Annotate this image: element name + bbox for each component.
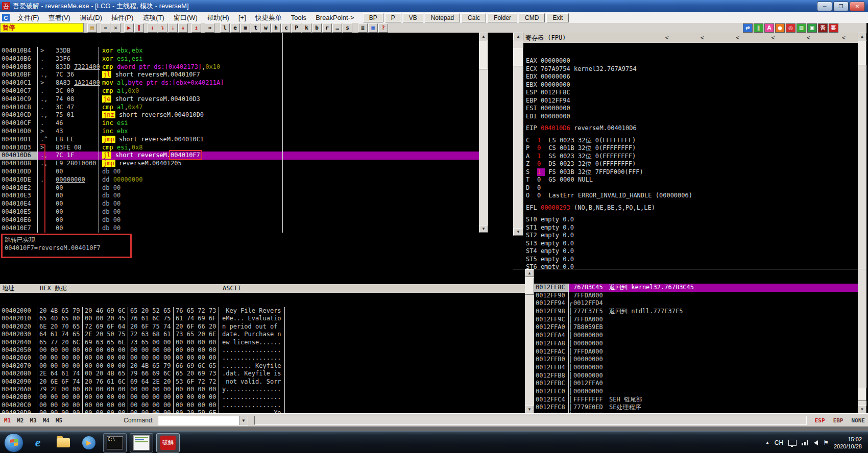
disasm-row[interactable]: 004010D0>43inc ebx	[0, 128, 479, 136]
dump-header-address[interactable]: 地址	[0, 284, 38, 293]
taskbar-ie-icon[interactable]: e	[27, 434, 49, 452]
disasm-row[interactable]: 004010E700db 00	[0, 224, 479, 233]
register-line-st1[interactable]: ST1 empty 0.0	[523, 224, 858, 232]
scroll-thumb[interactable]	[479, 41, 488, 69]
toolbar-execute-till-return[interactable]: ↥	[191, 23, 201, 33]
register-line-p[interactable]: P0 CS 001B 32位 0(FFFFFFFF)	[523, 144, 858, 153]
memory-tab-m1[interactable]: M1	[4, 417, 11, 424]
maximize-button[interactable]: ❐	[833, 2, 849, 11]
toolbar-window-b[interactable]: b	[312, 23, 322, 33]
clock[interactable]: 15:02 2020/10/28	[834, 436, 862, 450]
register-line-edi[interactable]: EDI 00000000	[523, 113, 858, 121]
stack-row[interactable]: 0012FF9C│7FFDA000	[534, 316, 858, 324]
register-line-esi[interactable]: ESI 00000000	[523, 105, 858, 113]
menu-item-view[interactable]: 查看(V)	[44, 12, 75, 23]
disasm-row[interactable]: 004010E500db 00	[0, 208, 479, 216]
register-line-eip[interactable]: EIP 004010D6 reverseM.004010D6	[523, 124, 858, 133]
toolbar-plugin-screen[interactable]: ▣	[807, 23, 817, 33]
toolbar-plugin-threads[interactable]: ∥	[754, 23, 763, 33]
taskbar-explorer-icon[interactable]	[52, 434, 75, 452]
register-line-st4[interactable]: ST4 empty 0.0	[523, 247, 858, 256]
disassembly-pane[interactable]: 004010B4>33DBxor ebx,ebx004010B6.33F6xor…	[0, 33, 479, 233]
disasm-row[interactable]: 004010B4>33DBxor ebx,ebx	[0, 47, 479, 55]
disasm-row[interactable]: 004010E600db 00	[0, 216, 479, 224]
menu-item-plus[interactable]: [+]	[234, 12, 251, 23]
disasm-row[interactable]: 004010D6.,7C 1Fjl short reverseM.004010F…	[0, 152, 479, 160]
language-indicator[interactable]: CH	[775, 439, 783, 446]
scroll-up-icon[interactable]: ▲	[525, 269, 534, 277]
disasm-row[interactable]: 004010E400db 00	[0, 200, 479, 208]
start-button[interactable]	[4, 433, 23, 452]
toolbar-window-s[interactable]: s	[343, 23, 352, 33]
scroll-up-icon[interactable]: ▲	[858, 33, 866, 40]
toolbar-appearance[interactable]: ▦	[368, 23, 378, 33]
register-line-a[interactable]: A1 SS 0023 32位 0(FFFFFFFF)	[523, 153, 858, 161]
memory-tab-labels[interactable]: M1M2M3M4M5	[4, 417, 62, 424]
toolbar-options-list[interactable]: ≣	[358, 23, 368, 33]
scroll-up-icon[interactable]: ▲	[479, 33, 488, 40]
toolbar-go-to-address[interactable]: ⇥	[205, 23, 214, 33]
toolbar-window-r[interactable]: r	[322, 23, 332, 33]
title-bar[interactable]: 吾 吾爱破解 - reverseMe.exe - [LCG - 主线程, 模块 …	[0, 0, 868, 12]
toolbar-step-into[interactable]: ↓	[148, 23, 157, 33]
toolbar-animate-into[interactable]: ⇣	[168, 23, 178, 33]
disasm-row[interactable]: 004010D1.^EB EEjmp short reverseM.004010…	[0, 136, 479, 144]
dump-row[interactable]: 004020A079 2E 00 0000 00 00 0000 00 00 0…	[0, 386, 525, 393]
menu-item-options[interactable]: 选项(T)	[138, 12, 169, 23]
disasm-row[interactable]: 004010D8.,E9 28010000jmp reverseM.004012…	[0, 160, 479, 168]
display-icon[interactable]	[788, 440, 797, 446]
scroll-down-icon[interactable]: ▼	[858, 406, 866, 413]
stack-row[interactable]: 0012FFBC│0012FFA0	[534, 380, 858, 388]
collapse-arrow-icon[interactable]: <	[736, 34, 739, 41]
registers-collapse-arrows[interactable]: <<<<<<	[665, 34, 846, 41]
dump-row[interactable]: 0040206000 00 00 0000 00 00 0000 00 00 0…	[0, 354, 525, 362]
register-line-c[interactable]: C1 ES 0023 32位 0(FFFFFFFF)	[523, 137, 858, 145]
menu-item-help[interactable]: 帮助(H)	[202, 12, 234, 23]
stack-row[interactable]: 0012FFB0│00000000	[534, 356, 858, 364]
collapse-arrow-icon[interactable]: <	[665, 34, 669, 41]
stack-row[interactable]: 0012FF98│777E37F5返回到 ntdll.777E37F5	[534, 308, 858, 316]
dump-row[interactable]: 004020B000 00 00 0000 00 00 0000 00 00 0…	[0, 393, 525, 401]
registers-right-scrollbar[interactable]: ▲	[858, 33, 866, 269]
dump-row[interactable]: 0040203064 61 74 652E 20 50 7572 63 68 6…	[0, 331, 525, 338]
minimize-button[interactable]: ─	[817, 2, 832, 11]
register-line-edx[interactable]: EDX 00000006	[523, 73, 858, 81]
volume-icon[interactable]	[814, 440, 818, 445]
taskbar-editor-icon[interactable]	[130, 433, 153, 452]
toolbar-window-w[interactable]: w	[261, 23, 271, 33]
register-line-ecx[interactable]: ECX 767A9754 kernel32.767A9754	[523, 65, 858, 73]
disasm-row[interactable]: 004010B6.33F6xor esi,esi	[0, 55, 479, 63]
toolbar-pause[interactable]: ∥	[134, 23, 144, 33]
menu-item-window[interactable]: 窗口(W)	[169, 12, 202, 23]
scroll-down-icon[interactable]: ▼	[525, 406, 534, 413]
toolbar-open-file[interactable]: ▤	[87, 23, 97, 33]
stack-row[interactable]: 0012FFB4│00000000	[534, 364, 858, 372]
disasm-row[interactable]: 004010CB.3C 47cmp al,0x47	[0, 104, 479, 112]
dump-row[interactable]: 004020C000 00 00 0000 00 00 0000 00 00 0…	[0, 401, 525, 409]
disasm-row[interactable]: 004010E300db 00	[0, 192, 479, 200]
disasm-row[interactable]: 004010B8.833D 7321400cmp dword ptr ds:[0…	[0, 63, 479, 71]
chevron-down-icon[interactable]: ▼	[239, 416, 248, 425]
dump-row[interactable]: 0040201065 4D 65 0000 00 20 4576 61 6C 7…	[0, 315, 525, 322]
menubar-button-exit[interactable]: Exit	[546, 13, 569, 22]
taskbar-media-player-icon[interactable]: ▶	[78, 434, 100, 452]
disasm-row[interactable]: 004010D3>83FE 08cmp esi,0x8	[0, 144, 479, 152]
memory-tab-m2[interactable]: M2	[17, 417, 23, 424]
disasm-row[interactable]: 004010DE.00000000dd 00000000	[0, 176, 479, 184]
menubar-button-notepad[interactable]: Notepad	[425, 13, 460, 22]
network-icon[interactable]	[802, 440, 809, 445]
action-center-flag-icon[interactable]: ⚑	[823, 439, 829, 446]
register-line-st3[interactable]: ST3 empty 0.0	[523, 240, 858, 248]
stack-row[interactable]: 0012FFA8│00000000	[534, 340, 858, 348]
registers-left-scrollbar[interactable]: ▲ ▼	[513, 33, 523, 236]
menu-item-file[interactable]: 文件(F)	[13, 12, 44, 23]
disasm-row[interactable]: 004010C1>8A83 1A21400mov al,byte ptr ds:…	[0, 79, 479, 87]
toolbar-restart[interactable]: «	[101, 23, 110, 33]
cpu-window-icon[interactable]: C	[2, 14, 10, 21]
menu-item-tools[interactable]: Tools	[286, 12, 311, 23]
menubar-button-folder[interactable]: Folder	[488, 13, 517, 22]
toolbar-window-e[interactable]: e	[230, 23, 240, 33]
stack-row[interactable]: 0012FFC8│7779E0EDSE处理程序	[534, 404, 858, 412]
register-line-z[interactable]: Z0 DS 0023 32位 0(FFFFFFFF)	[523, 160, 858, 168]
menubar-button-cmd[interactable]: CMD	[519, 13, 545, 22]
